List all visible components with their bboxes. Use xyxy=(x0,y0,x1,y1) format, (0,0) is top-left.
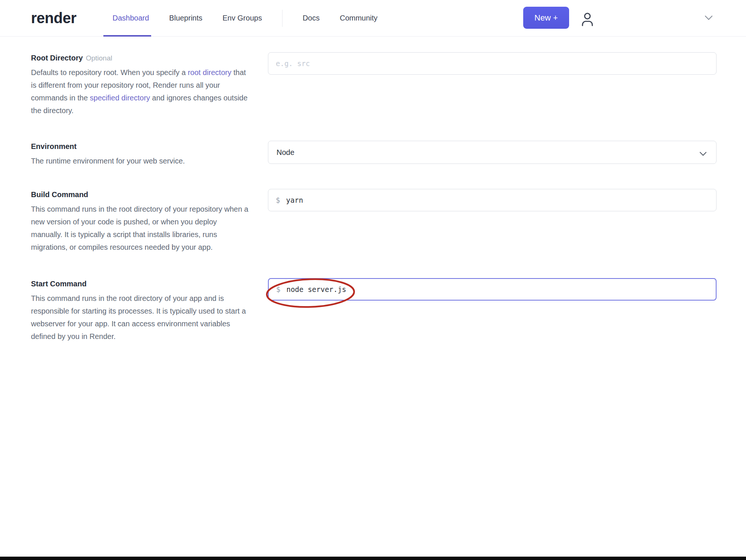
build-command-description: This command runs in the root directory … xyxy=(31,203,249,253)
main-nav: Dashboard Blueprints Env Groups Docs Com… xyxy=(113,10,398,27)
account-chevron-down-icon[interactable] xyxy=(703,13,714,22)
top-navigation-bar: render Dashboard Blueprints Env Groups D… xyxy=(0,0,746,37)
inline-link[interactable]: specified directory xyxy=(90,94,150,102)
nav-divider xyxy=(282,10,283,27)
prompt-prefix: $ xyxy=(276,196,280,204)
bottom-edge-bar xyxy=(0,557,746,560)
nav-docs[interactable]: Docs xyxy=(303,14,320,22)
environment-label: Environment xyxy=(31,142,268,151)
service-settings-form: Root DirectoryOptional Defaults to repos… xyxy=(0,52,746,343)
root-directory-field[interactable] xyxy=(268,52,717,75)
start-command-field[interactable]: $ xyxy=(268,278,717,301)
render-logo[interactable]: render xyxy=(31,10,77,27)
nav-blueprints[interactable]: Blueprints xyxy=(169,14,202,22)
build-command-input[interactable] xyxy=(286,190,709,211)
active-tab-indicator xyxy=(103,35,151,37)
nav-dashboard[interactable]: Dashboard xyxy=(113,14,149,22)
root-directory-label: Root Directory xyxy=(31,54,83,62)
environment-select[interactable]: Node xyxy=(268,141,717,164)
select-chevron-down-icon xyxy=(699,150,707,155)
root-directory-description: Defaults to repository root. When you sp… xyxy=(31,66,249,117)
root-directory-input[interactable] xyxy=(276,53,709,74)
start-command-section: Start Command This command runs in the r… xyxy=(31,278,746,343)
inline-link[interactable]: root directory xyxy=(188,68,231,77)
build-command-field[interactable]: $ xyxy=(268,189,717,211)
nav-community[interactable]: Community xyxy=(340,14,377,22)
new-button[interactable]: New + xyxy=(523,7,569,29)
build-command-label: Build Command xyxy=(31,190,268,199)
build-command-section: Build Command This command runs in the r… xyxy=(31,189,746,253)
environment-selected-value: Node xyxy=(277,148,294,157)
nav-env-groups[interactable]: Env Groups xyxy=(222,14,262,22)
environment-description: The runtime environment for your web ser… xyxy=(31,155,249,167)
start-command-label: Start Command xyxy=(31,280,268,288)
start-command-input[interactable] xyxy=(286,279,708,300)
environment-section: Environment The runtime environment for … xyxy=(31,141,746,167)
optional-badge: Optional xyxy=(86,54,112,62)
start-command-description: This command runs in the root directory … xyxy=(31,292,249,343)
root-directory-section: Root DirectoryOptional Defaults to repos… xyxy=(31,52,746,117)
user-account-icon[interactable] xyxy=(580,11,595,27)
prompt-prefix: $ xyxy=(276,285,280,293)
